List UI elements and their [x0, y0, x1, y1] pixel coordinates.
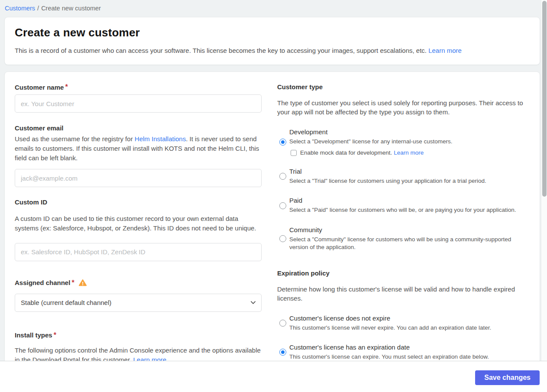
helm-installations-link[interactable]: Helm Installations — [135, 135, 186, 143]
customer-type-help: The type of customer you select is used … — [277, 98, 524, 117]
install-types-required-asterisk: * — [54, 331, 56, 339]
mock-data-label-text: Enable mock data for development. — [300, 149, 392, 156]
customer-email-help: Used as the username for the registry fo… — [15, 134, 262, 162]
custom-id-input[interactable] — [15, 243, 262, 261]
expiration-option-no-expire: Customer's license does not expire This … — [277, 314, 524, 332]
customer-form-card: Customer name * Customer email Used as t… — [4, 71, 540, 375]
license-has-expiration-radio[interactable] — [279, 349, 286, 356]
customer-name-input[interactable] — [15, 94, 262, 113]
paid-option-title: Paid — [289, 197, 516, 204]
breadcrumb-current: Create new customer — [41, 5, 101, 12]
customer-name-label-row: Customer name * — [15, 83, 262, 91]
footer-action-bar: Save changes — [0, 361, 547, 392]
mock-data-checkbox-row: Enable mock data for development. Learn … — [291, 149, 453, 156]
breadcrumb-separator: / — [37, 5, 39, 12]
vertical-scrollbar-thumb[interactable] — [542, 1, 547, 197]
expiration-policy-help: Determine how long this customer's licen… — [277, 285, 524, 303]
has-date-option-title: Customer's license has an expiration dat… — [289, 343, 489, 351]
assigned-channel-label-row: Assigned channel * — [15, 279, 262, 287]
development-option-text: Development Select a "Development" licen… — [289, 128, 453, 156]
custom-id-help: A custom ID can be used to tie this cust… — [15, 214, 262, 233]
customer-name-label: Customer name — [15, 84, 64, 91]
breadcrumb: Customers/Create new customer — [0, 0, 547, 12]
customer-name-required-asterisk: * — [65, 83, 68, 91]
expiration-option-has-date: Customer's license has an expiration dat… — [277, 343, 524, 361]
trial-radio[interactable] — [279, 173, 286, 180]
paid-radio[interactable] — [279, 202, 286, 209]
community-option-title: Community — [289, 226, 524, 233]
trial-option-title: Trial — [289, 168, 486, 175]
no-expire-option-description: This customer's license will never expir… — [289, 324, 491, 332]
no-expire-option-title: Customer's license does not expire — [289, 314, 491, 322]
customer-email-help-prefix: Used as the username for the registry fo… — [15, 135, 135, 143]
community-option-text: Community Select a "Community" license f… — [289, 226, 524, 251]
mock-data-learn-more-link[interactable]: Learn more — [394, 149, 424, 156]
assigned-channel-label: Assigned channel — [15, 279, 70, 286]
trial-option-description: Select a "Trial" license for customers u… — [289, 177, 486, 185]
customer-type-option-community: Community Select a "Community" license f… — [277, 226, 524, 251]
header-learn-more-link[interactable]: Learn more — [428, 47, 462, 54]
community-option-description: Select a "Community" license for custome… — [289, 236, 524, 251]
customer-type-option-paid: Paid Select a "Paid" license for custome… — [277, 197, 524, 214]
development-option-description: Select a "Development" license for any i… — [289, 138, 453, 146]
install-types-label-row: Install types * — [15, 331, 262, 339]
vertical-scrollbar-track[interactable] — [541, 0, 547, 361]
page-description-text: This is a record of a customer who can a… — [15, 47, 427, 54]
mock-data-checkbox-label: Enable mock data for development. Learn … — [300, 149, 424, 156]
community-radio[interactable] — [279, 235, 286, 242]
customer-type-option-trial: Trial Select a "Trial" license for custo… — [277, 168, 524, 185]
page-title: Create a new customer — [15, 26, 529, 39]
assigned-channel-required-asterisk: * — [71, 279, 74, 287]
assigned-channel-select-wrap: Stable (current default channel) — [15, 294, 262, 312]
customer-email-input[interactable] — [15, 169, 262, 187]
header-card: Create a new customer This is a record o… — [4, 17, 540, 65]
form-left-column: Customer name * Customer email Used as t… — [15, 83, 262, 364]
trial-option-text: Trial Select a "Trial" license for custo… — [289, 168, 486, 185]
paid-option-text: Paid Select a "Paid" license for custome… — [289, 197, 516, 214]
expiration-policy-label: Expiration policy — [277, 269, 524, 277]
customer-email-label: Customer email — [15, 124, 262, 132]
warning-icon — [79, 279, 87, 286]
paid-option-description: Select a "Paid" license for customers wh… — [289, 206, 516, 214]
form-right-column: Customer type The type of customer you s… — [277, 83, 524, 364]
mock-data-checkbox[interactable] — [291, 150, 297, 156]
has-date-option-text: Customer's license has an expiration dat… — [289, 343, 489, 361]
custom-id-label: Custom ID — [15, 198, 262, 206]
create-customer-page: Customers/Create new customer Create a n… — [0, 0, 547, 392]
development-option-title: Development — [289, 128, 453, 136]
has-date-option-description: This customer's license can expire. You … — [289, 353, 489, 361]
breadcrumb-customers-link[interactable]: Customers — [5, 5, 35, 12]
install-types-label: Install types — [15, 331, 52, 339]
save-changes-button[interactable]: Save changes — [475, 370, 540, 385]
customer-type-option-development: Development Select a "Development" licen… — [277, 128, 524, 156]
assigned-channel-select[interactable]: Stable (current default channel) — [15, 294, 262, 312]
development-radio[interactable] — [279, 139, 286, 146]
page-description: This is a record of a customer who can a… — [15, 46, 529, 55]
customer-type-label: Customer type — [277, 83, 524, 91]
no-expire-option-text: Customer's license does not expire This … — [289, 314, 491, 332]
license-no-expire-radio[interactable] — [279, 320, 286, 327]
